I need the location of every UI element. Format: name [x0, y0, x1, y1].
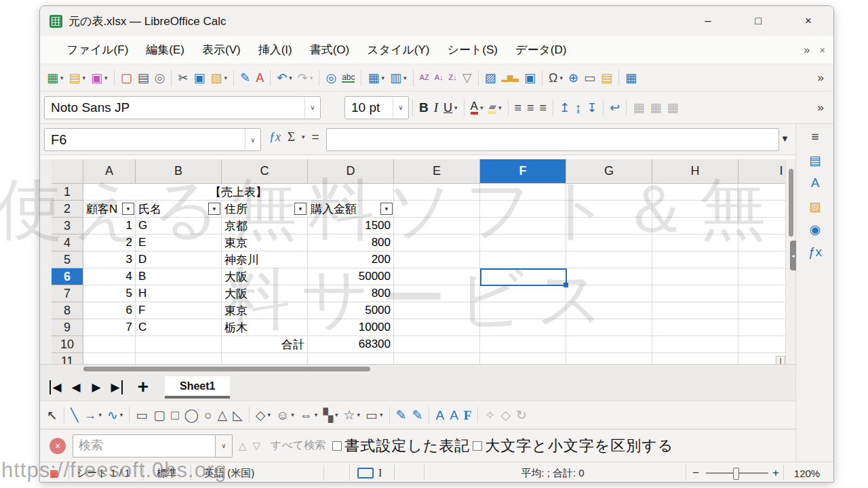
cell-I1[interactable]: [738, 184, 785, 201]
autofilter-button-C2[interactable]: ▼: [294, 203, 307, 215]
font-name-dropdown-icon[interactable]: ∨: [304, 97, 320, 119]
underline-dropdown-icon[interactable]: ▾: [454, 104, 458, 111]
cell-G11[interactable]: [566, 353, 652, 364]
cell-C4[interactable]: 東京: [222, 235, 308, 251]
cell-H6[interactable]: [652, 268, 738, 285]
sidebar-menu-icon[interactable]: ≡: [804, 127, 827, 147]
clone-formatting-icon[interactable]: ✎: [237, 68, 253, 88]
find-next-icon[interactable]: ▽: [253, 440, 261, 452]
row-header-3[interactable]: 3: [52, 218, 83, 235]
formula-equals-icon[interactable]: =: [312, 129, 319, 144]
insert-image-icon[interactable]: ▨: [482, 68, 499, 88]
find-all-button[interactable]: すべて検索: [271, 439, 326, 453]
cell-E10[interactable]: [394, 336, 480, 353]
flowchart-shapes-icon[interactable]: ▚▾: [320, 405, 340, 425]
split-handle-icon[interactable]: ❙: [776, 356, 785, 364]
insert-text-box-icon[interactable]: ✎: [393, 405, 410, 425]
sort-descending-icon[interactable]: Z↓: [446, 68, 459, 88]
cell-A3[interactable]: 1: [83, 218, 136, 235]
functions-icon[interactable]: ƒx: [804, 242, 827, 262]
sidebar-hide-handle[interactable]: ◂: [790, 241, 796, 270]
cell-A8[interactable]: 6: [83, 302, 136, 319]
cell-F8[interactable]: [480, 302, 566, 319]
cell-E3[interactable]: [394, 218, 480, 235]
cell-B6[interactable]: B: [136, 268, 222, 285]
cell-C9[interactable]: 栃木: [222, 319, 308, 336]
circle-icon[interactable]: ○: [201, 405, 214, 425]
font-color-dropdown-icon[interactable]: ▾: [480, 104, 484, 111]
autofilter-button-B2[interactable]: ▼: [208, 203, 220, 215]
font-name-combo[interactable]: Noto Sans JP ∨: [44, 96, 321, 119]
autofilter-button-D2[interactable]: ▼: [380, 203, 393, 215]
find-previous-icon[interactable]: △: [239, 440, 247, 452]
search-history-dropdown-icon[interactable]: ∨: [215, 434, 233, 458]
cell-D5[interactable]: 200: [308, 251, 394, 268]
isosceles-triangle-icon[interactable]: △: [215, 405, 231, 425]
block-arrows-icon[interactable]: ⇔▾: [297, 405, 321, 425]
column-header-I[interactable]: I: [738, 159, 785, 184]
cell-G10[interactable]: [566, 336, 652, 353]
select-function-icon[interactable]: Σ: [288, 129, 295, 144]
sort-icon[interactable]: AZ: [417, 68, 432, 88]
paste-icon[interactable]: ▧▾: [208, 68, 231, 88]
cell-G3[interactable]: [566, 218, 652, 235]
select-all-corner[interactable]: [52, 159, 83, 184]
cell-A10[interactable]: [83, 336, 136, 353]
cell-H11[interactable]: [652, 353, 738, 364]
last-sheet-icon[interactable]: ▶: [106, 377, 127, 397]
fontwork-icon[interactable]: F: [461, 405, 475, 425]
cell-A4[interactable]: 2: [83, 235, 136, 251]
align-top-icon[interactable]: ↥: [557, 98, 572, 118]
block-arrows-dropdown-icon[interactable]: ▾: [315, 411, 318, 418]
vertical-text-icon[interactable]: A: [447, 405, 461, 425]
cell-F3[interactable]: [480, 218, 566, 235]
cell-C6[interactable]: 大阪: [222, 268, 308, 285]
cell-F7[interactable]: [480, 285, 566, 302]
insert-line-icon[interactable]: ╲: [68, 405, 81, 425]
cell-E1[interactable]: [394, 184, 480, 201]
sheet-tab-sheet1[interactable]: Sheet1: [165, 376, 230, 399]
cell-H5[interactable]: [652, 251, 738, 268]
close-document-icon[interactable]: ×: [819, 44, 825, 56]
font-size-dropdown-icon[interactable]: ∨: [393, 97, 408, 119]
align-left-icon[interactable]: ≡: [512, 98, 525, 118]
row-header-6[interactable]: 6: [52, 268, 83, 285]
align-right-icon[interactable]: ≡: [537, 98, 550, 118]
cut-icon[interactable]: ✂: [175, 68, 191, 88]
insert-column-icon[interactable]: ▥▾: [387, 68, 410, 88]
sheet-number-status[interactable]: シート 1 / 1: [77, 462, 130, 483]
name-box[interactable]: F6 ∨: [44, 128, 261, 151]
line-ends-arrow-icon[interactable]: →▾: [81, 405, 104, 425]
cell-C7[interactable]: 大阪: [222, 285, 308, 302]
expand-formula-bar-icon[interactable]: ▼: [781, 134, 789, 144]
cell-D4[interactable]: 800: [308, 235, 394, 251]
language-status[interactable]: 英語 (米国): [204, 462, 254, 483]
column-header-A[interactable]: A: [83, 159, 136, 184]
menu-item-3[interactable]: 表示(V): [193, 39, 250, 61]
cell-E6[interactable]: [394, 268, 480, 285]
row-header-9[interactable]: 9: [52, 319, 83, 336]
find-option-2[interactable]: 大文字と小文字を区別する: [473, 436, 673, 456]
square-icon[interactable]: □: [168, 405, 181, 425]
copy-icon[interactable]: ▣: [191, 68, 208, 88]
right-triangle-icon[interactable]: ◺: [230, 405, 245, 425]
cell-G1[interactable]: [566, 184, 652, 201]
font-color-icon[interactable]: A▾: [468, 98, 486, 118]
flowchart-shapes-dropdown-icon[interactable]: ▾: [335, 411, 338, 418]
symbol-shapes-dropdown-icon[interactable]: ▾: [291, 411, 294, 418]
insert-chart-icon[interactable]: ▂▆▃: [499, 68, 521, 88]
cell-D3[interactable]: 1500: [308, 218, 394, 235]
standard-overflow-icon[interactable]: »: [812, 71, 829, 85]
cell-A11[interactable]: [83, 353, 136, 364]
autofilter-icon[interactable]: ▽: [460, 68, 475, 88]
insert-vertical-text-box-icon[interactable]: ✎: [410, 405, 426, 425]
cell-H7[interactable]: [652, 285, 738, 302]
column-header-C[interactable]: C: [222, 159, 308, 184]
cell-A6[interactable]: 4: [83, 268, 136, 285]
curve-freeform-dropdown-icon[interactable]: ▾: [120, 411, 123, 418]
insert-row-dropdown-icon[interactable]: ▾: [382, 75, 385, 81]
headers-footers-icon[interactable]: ▤: [598, 68, 615, 88]
text-animation-icon[interactable]: A: [433, 405, 447, 425]
underline-icon[interactable]: U▾: [441, 98, 460, 118]
row-header-2[interactable]: 2: [52, 201, 83, 218]
